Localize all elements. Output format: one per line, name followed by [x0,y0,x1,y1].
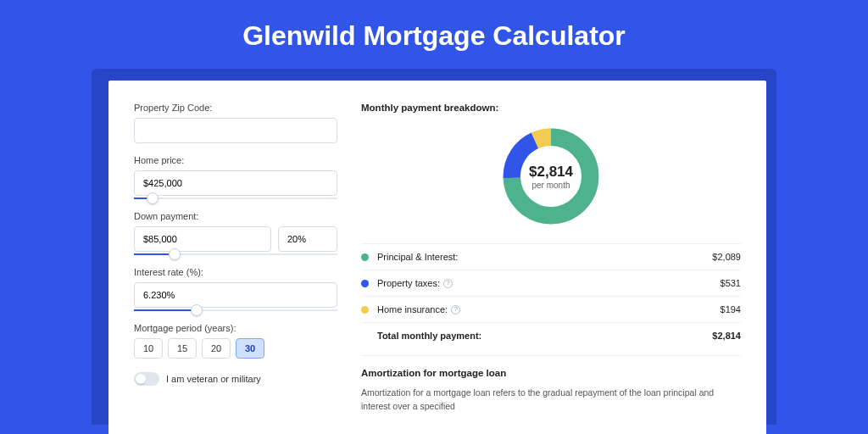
down-payment-slider[interactable] [134,253,337,255]
veteran-row: I am veteran or military [134,372,337,386]
breakdown-title: Monthly payment breakdown: [361,103,741,113]
home-price-slider[interactable] [134,198,337,199]
down-payment-field: Down payment: [134,211,337,255]
period-buttons: 10152030 [134,338,337,359]
amortization-title: Amortization for mortgage loan [361,368,741,378]
legend-dot [361,253,369,261]
amortization-body: Amortization for a mortgage loan refers … [361,387,741,414]
period-button-10[interactable]: 10 [134,338,163,359]
donut-sub: per month [531,181,570,190]
form-panel: Property Zip Code: Home price: Down paym… [134,103,337,434]
info-icon[interactable]: ? [451,305,460,314]
rate-field: Interest rate (%): [134,267,337,311]
home-price-field: Home price: [134,155,337,199]
rate-slider-fill [134,309,197,311]
period-field: Mortgage period (years): 10152030 [134,323,337,359]
home-price-input[interactable] [134,170,337,196]
card-backplate: Property Zip Code: Home price: Down paym… [92,69,776,425]
rate-input[interactable] [134,282,337,308]
veteran-label: I am veteran or military [166,374,261,384]
down-payment-label: Down payment: [134,211,337,221]
veteran-toggle[interactable] [134,372,159,386]
home-price-slider-thumb[interactable] [147,192,159,204]
period-button-15[interactable]: 15 [168,338,197,359]
donut-center: $2,814 per month [499,125,603,228]
legend-value: $194 [721,304,741,314]
legend-dot [361,280,369,287]
legend-total-row: Total monthly payment:$2,814 [361,322,741,348]
legend-row: Principal & Interest:$2,089 [361,243,741,270]
zip-input[interactable] [134,118,337,143]
donut-chart: $2,814 per month [499,125,603,228]
page-title: Glenwild Mortgage Calculator [0,0,868,69]
legend-label: Principal & Interest: [377,252,712,262]
legend-label: Home insurance:? [377,304,721,314]
donut-wrap: $2,814 per month [361,121,741,243]
legend-row: Home insurance:?$194 [361,296,741,322]
zip-field: Property Zip Code: [134,103,337,143]
down-payment-pct-input[interactable] [278,226,337,252]
legend-value: $531 [721,278,741,288]
rate-slider-thumb[interactable] [191,304,203,316]
legend-label: Property taxes:? [377,278,721,288]
donut-amount: $2,814 [529,164,573,181]
legend-total-label: Total monthly payment: [377,331,712,341]
calculator-card: Property Zip Code: Home price: Down paym… [108,81,766,434]
legend-row: Property taxes:?$531 [361,270,741,296]
legend: Principal & Interest:$2,089Property taxe… [361,243,741,348]
period-label: Mortgage period (years): [134,323,337,333]
legend-total-value: $2,814 [712,331,741,341]
period-button-20[interactable]: 20 [202,338,231,359]
down-payment-slider-thumb[interactable] [169,248,181,260]
zip-label: Property Zip Code: [134,103,337,113]
legend-dot [361,306,369,314]
breakdown-panel: Monthly payment breakdown: $2,814 per mo… [361,103,741,434]
rate-slider[interactable] [134,309,337,311]
amortization-section: Amortization for mortgage loan Amortizat… [361,355,741,414]
legend-value: $2,089 [712,252,741,262]
rate-label: Interest rate (%): [134,267,337,277]
period-button-30[interactable]: 30 [236,338,264,359]
home-price-label: Home price: [134,155,337,165]
info-icon[interactable]: ? [443,279,453,288]
down-payment-input[interactable] [134,226,271,252]
